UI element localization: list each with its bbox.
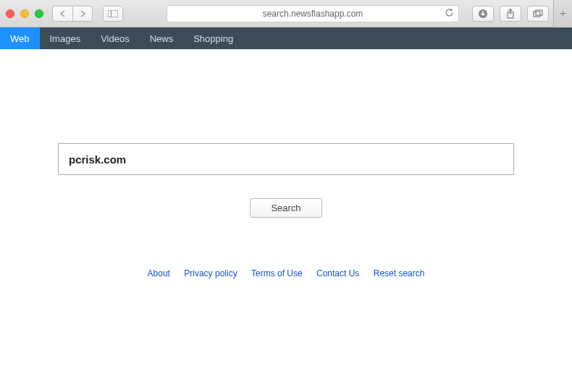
new-tab-button[interactable]: + <box>553 0 572 27</box>
tab-videos[interactable]: Videos <box>91 27 140 49</box>
reload-icon[interactable] <box>445 8 454 20</box>
page-content: Web Images Videos News Shopping Search A… <box>0 27 572 392</box>
tab-images[interactable]: Images <box>40 27 91 49</box>
share-button[interactable] <box>500 6 521 22</box>
close-window-button[interactable] <box>6 9 14 18</box>
svg-rect-12 <box>536 10 542 15</box>
minimize-window-button[interactable] <box>20 9 29 18</box>
downloads-button[interactable] <box>472 6 494 22</box>
nav-back-forward <box>52 6 93 22</box>
back-button[interactable] <box>52 6 72 22</box>
tab-label: Videos <box>101 33 130 44</box>
tab-news[interactable]: News <box>140 27 184 49</box>
tab-label: News <box>150 33 174 44</box>
search-button[interactable]: Search <box>250 198 321 218</box>
browser-toolbar: search.newsflashapp.com + <box>0 0 572 27</box>
footer-links: About Privacy policy Terms of Use Contac… <box>58 268 514 278</box>
address-url: search.newsflashapp.com <box>263 9 363 19</box>
address-bar[interactable]: search.newsflashapp.com <box>167 5 459 22</box>
toolbar-right-buttons <box>472 6 549 22</box>
forward-button[interactable] <box>72 6 93 22</box>
search-area: Search About Privacy policy Terms of Use… <box>0 49 572 278</box>
tab-shopping[interactable]: Shopping <box>183 27 243 49</box>
link-terms-of-use[interactable]: Terms of Use <box>251 268 303 278</box>
tabs-button[interactable] <box>527 6 549 22</box>
link-contact-us[interactable]: Contact Us <box>316 268 359 278</box>
sidebar-toggle-button[interactable] <box>103 6 123 22</box>
svg-rect-7 <box>108 10 118 17</box>
tab-label: Web <box>10 33 30 44</box>
window-controls <box>6 9 43 18</box>
tab-web[interactable]: Web <box>0 27 40 49</box>
maximize-window-button[interactable] <box>35 9 43 18</box>
category-tab-bar: Web Images Videos News Shopping <box>0 27 572 49</box>
link-about[interactable]: About <box>148 268 170 278</box>
link-privacy-policy[interactable]: Privacy policy <box>184 268 237 278</box>
search-input[interactable] <box>58 143 514 175</box>
link-reset-search[interactable]: Reset search <box>374 268 425 278</box>
tab-label: Images <box>50 33 81 44</box>
svg-rect-11 <box>534 12 540 17</box>
tab-label: Shopping <box>193 33 233 44</box>
